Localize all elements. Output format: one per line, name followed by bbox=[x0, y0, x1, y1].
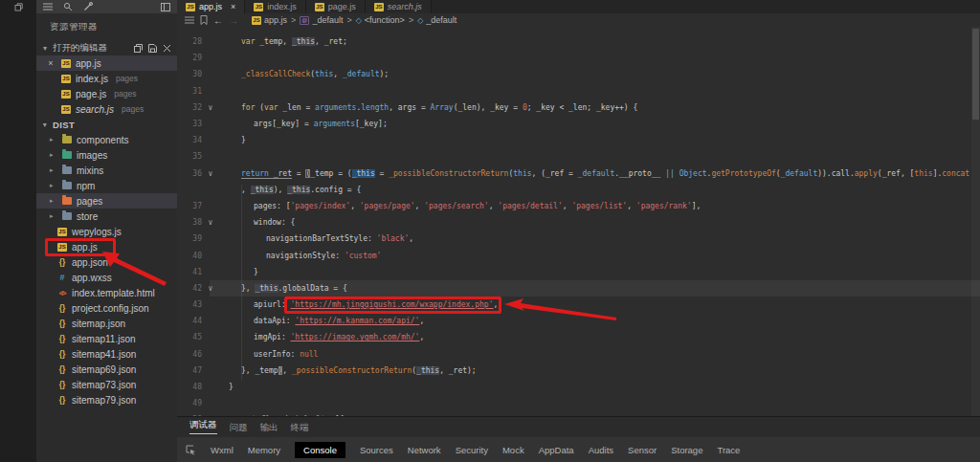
devtools-tab-Trace[interactable]: Trace bbox=[717, 445, 740, 455]
code-line-38[interactable]: 38∨window: { bbox=[177, 214, 980, 231]
devtools-tab-Sensor[interactable]: Sensor bbox=[628, 445, 657, 455]
code-line-37[interactable]: 37pages: ['pages/index', 'pages/page', '… bbox=[177, 198, 980, 214]
tree-item-wepylogs.js[interactable]: JSwepylogs.js bbox=[36, 224, 177, 239]
code-line-36[interactable]: 36∨return _ret = (_temp = (_this = _poss… bbox=[177, 165, 980, 182]
tree-item-images[interactable]: ▸images bbox=[36, 147, 177, 163]
navigate-forward-icon[interactable]: → bbox=[229, 15, 238, 26]
tree-item-pages[interactable]: ▸pages bbox=[36, 193, 177, 209]
open-editors-header[interactable]: ▾ 打开的编辑器 bbox=[36, 40, 177, 55]
code-line-46[interactable]: 46userInfo: null bbox=[177, 346, 980, 363]
tab-index.js[interactable]: JSindex.js bbox=[245, 0, 306, 13]
devtools-tab-Security[interactable]: Security bbox=[456, 445, 488, 455]
devtools-tab-Sources[interactable]: Sources bbox=[360, 445, 393, 455]
code-line-44[interactable]: 44dataApi: 'https://m.kanman.com/api/', bbox=[177, 313, 980, 329]
tree-root-dist[interactable]: ▾ DIST bbox=[36, 117, 177, 132]
panel-tab-终端[interactable]: 终端 bbox=[291, 422, 309, 434]
tree-item-sitemap.json[interactable]: {}sitemap.json bbox=[36, 316, 177, 331]
breadcrumb-item[interactable]: @_default bbox=[300, 15, 343, 25]
tab-search.js[interactable]: JSsearch.js bbox=[366, 0, 432, 13]
code-line-45[interactable]: 45imgApi: 'https://image.yqmh.com/mh/', bbox=[177, 329, 980, 345]
code-line-40[interactable]: 40navigationStyle: 'custom' bbox=[177, 247, 980, 263]
tree-item-sitemap41.json[interactable]: {}sitemap41.json bbox=[36, 346, 177, 362]
code-line-32[interactable]: 32∨for (var _len = arguments.length, arg… bbox=[177, 99, 980, 116]
open-editor-page.js[interactable]: JSpage.jspages bbox=[36, 86, 177, 101]
json-file-icon: {} bbox=[57, 319, 67, 328]
fold-icon[interactable]: ∨ bbox=[202, 103, 219, 112]
fold-icon[interactable]: ∨ bbox=[202, 218, 219, 227]
code-line-29[interactable]: 29 bbox=[177, 50, 980, 66]
panel-tab-输出[interactable]: 输出 bbox=[260, 422, 278, 434]
tree-item-store[interactable]: ▸store bbox=[36, 209, 177, 224]
tree-item-sitemap69.json[interactable]: {}sitemap69.json bbox=[36, 362, 177, 377]
navigate-back-icon[interactable]: ← bbox=[213, 15, 223, 26]
tree-item-sitemap79.json[interactable]: {}sitemap79.json bbox=[36, 392, 177, 407]
outline-icon[interactable] bbox=[185, 16, 194, 24]
code-line-50[interactable]: 50∨_createClass(_default, [{ bbox=[177, 411, 980, 416]
fold-icon[interactable]: ∨ bbox=[202, 284, 219, 293]
code-line-31[interactable]: 31 bbox=[177, 83, 980, 99]
tree-item-mixins[interactable]: ▸mixins bbox=[36, 163, 177, 178]
tab-page.js[interactable]: JSpage.js bbox=[306, 0, 366, 13]
fold-icon[interactable]: ∨ bbox=[202, 415, 219, 416]
tree-item-project.config.json[interactable]: {}project.config.json bbox=[36, 300, 177, 316]
tree-item-app.js[interactable]: JSapp.js bbox=[36, 239, 177, 254]
breadcrumb-item[interactable]: ◇<function> bbox=[356, 15, 405, 25]
code-line-43[interactable]: 43apiurl: 'https://mh.jingqigushi.com/wx… bbox=[177, 297, 980, 313]
devtools-tab-Storage[interactable]: Storage bbox=[671, 445, 702, 455]
activity-bar bbox=[0, 13, 36, 462]
devtools-tab-Audits[interactable]: Audits bbox=[589, 445, 613, 455]
code-line-33[interactable]: 33args[_key] = arguments[_key]; bbox=[177, 116, 980, 132]
open-editor-app.js[interactable]: ×JSapp.js bbox=[36, 55, 177, 71]
devtools-tab-Console[interactable]: Console bbox=[295, 442, 345, 458]
code-line-wrap[interactable]: , _this), _this.config = { bbox=[177, 182, 980, 198]
editor-gutter: 46 bbox=[177, 350, 223, 359]
wrench-icon[interactable] bbox=[83, 2, 93, 11]
tree-item-npm[interactable]: ▸npm bbox=[36, 178, 177, 193]
open-editor-index.js[interactable]: JSindex.jspages bbox=[36, 71, 177, 86]
devtools-tab-AppData[interactable]: AppData bbox=[539, 445, 574, 455]
search-icon[interactable] bbox=[63, 2, 73, 11]
tree-item-index.template.html[interactable]: </>index.template.html bbox=[36, 285, 177, 300]
layout-panel-icon[interactable] bbox=[161, 3, 170, 11]
code-line-49[interactable]: 49 bbox=[177, 395, 980, 411]
close-editor-icon[interactable]: × bbox=[46, 58, 56, 68]
devtools-tab-Mock[interactable]: Mock bbox=[502, 445, 524, 455]
save-all-icon[interactable] bbox=[148, 44, 157, 53]
tree-item-sitemap73.json[interactable]: {}sitemap73.json bbox=[36, 377, 177, 392]
fold-icon[interactable]: ∨ bbox=[202, 169, 219, 178]
devtools-tab-Network[interactable]: Network bbox=[408, 445, 441, 455]
tab-app.js[interactable]: JSapp.js× bbox=[177, 0, 245, 13]
code-line-47[interactable]: 47}, _temp), _possibleConstructorReturn(… bbox=[177, 363, 980, 379]
code-line-41[interactable]: 41} bbox=[177, 264, 980, 280]
panel-tab-问题[interactable]: 问题 bbox=[230, 422, 248, 434]
close-tab-icon[interactable]: × bbox=[231, 2, 235, 11]
devtools-tab-Memory[interactable]: Memory bbox=[248, 445, 280, 455]
window-restore-icon[interactable] bbox=[14, 3, 23, 11]
bookmark-icon[interactable] bbox=[200, 15, 208, 25]
tree-item-sitemap11.json[interactable]: {}sitemap11.json bbox=[36, 331, 177, 346]
code-token: concat bbox=[942, 169, 969, 178]
tree-item-app.json[interactable]: {}app.json bbox=[36, 254, 177, 270]
code-line-39[interactable]: 39navigationBarTextStyle: 'black', bbox=[177, 231, 980, 247]
code-line-28[interactable]: 28var _temp, _this, _ret; bbox=[177, 33, 980, 50]
devtools-tab-Wxml[interactable]: Wxml bbox=[211, 445, 234, 455]
code-line-34[interactable]: 34} bbox=[177, 132, 980, 148]
tab-label: search.js bbox=[388, 2, 422, 11]
js-file-icon: JS bbox=[61, 90, 71, 99]
code-line-48[interactable]: 48} bbox=[177, 379, 980, 395]
panel-tab-调试器[interactable]: 调试器 bbox=[189, 419, 217, 434]
open-editor-search.js[interactable]: JSsearch.jspages bbox=[36, 101, 177, 117]
code-line-30[interactable]: 30_classCallCheck(this, _default); bbox=[177, 66, 980, 82]
tree-item-app.wxss[interactable]: #app.wxss bbox=[36, 270, 177, 285]
breadcrumb-item[interactable]: ◇_default bbox=[417, 15, 457, 25]
code-line-35[interactable]: 35 bbox=[177, 148, 980, 165]
code-editor[interactable]: 28var _temp, _this, _ret;2930_classCallC… bbox=[177, 27, 980, 416]
tree-item-components[interactable]: ▸components bbox=[36, 132, 177, 147]
code-line-42[interactable]: 42∨}, _this.globalData = { bbox=[177, 280, 980, 297]
close-all-editors-icon[interactable] bbox=[163, 44, 171, 53]
wxss-file-icon: # bbox=[57, 273, 67, 282]
inspect-element-icon[interactable] bbox=[186, 445, 196, 455]
new-untitled-file-icon[interactable] bbox=[134, 44, 143, 53]
breadcrumb-item[interactable]: JSapp.js bbox=[252, 15, 287, 25]
menu-icon[interactable] bbox=[43, 3, 53, 11]
